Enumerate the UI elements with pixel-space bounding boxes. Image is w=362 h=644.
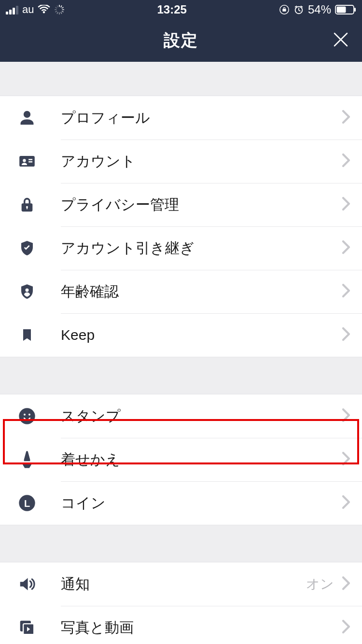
- alarm-icon: [293, 4, 304, 15]
- nav-bar: 設定: [0, 19, 362, 62]
- row-account-transfer[interactable]: アカウント引き継ぎ: [0, 226, 362, 270]
- chevron-right-icon: [342, 240, 350, 256]
- row-stickers[interactable]: スタンプ: [0, 394, 362, 438]
- photos-icon: [15, 616, 39, 639]
- svg-rect-16: [354, 8, 356, 12]
- settings-group-account: プロフィール アカウント プライバシー管理 アカウント引き継ぎ 年齢確認 Kee: [0, 96, 362, 357]
- svg-rect-7: [57, 12, 59, 14]
- row-photos-videos[interactable]: 写真と動画: [0, 606, 362, 644]
- svg-rect-2: [62, 7, 64, 9]
- svg-rect-10: [55, 7, 57, 9]
- svg-point-20: [19, 408, 35, 424]
- carrier-label: au: [22, 3, 34, 16]
- svg-point-18: [23, 159, 26, 162]
- paintbrush-icon: [15, 448, 39, 471]
- row-age-verification[interactable]: 年齢確認: [0, 270, 362, 313]
- section-spacer: [0, 357, 362, 394]
- close-icon: [332, 31, 349, 50]
- row-account[interactable]: アカウント: [0, 140, 362, 183]
- person-icon: [15, 106, 39, 129]
- svg-rect-1: [60, 5, 62, 8]
- status-left: au: [6, 3, 65, 16]
- svg-point-22: [28, 414, 30, 416]
- chevron-right-icon: [342, 283, 350, 300]
- idcard-icon: [15, 150, 39, 173]
- svg-rect-0: [59, 5, 60, 7]
- speaker-icon: [15, 573, 39, 596]
- loading-spinner-icon: [54, 4, 65, 15]
- chevron-right-icon: [342, 153, 350, 169]
- lock-icon: [15, 193, 39, 216]
- svg-rect-5: [60, 12, 62, 14]
- svg-rect-9: [55, 9, 57, 10]
- close-button[interactable]: [330, 30, 351, 51]
- shield-check-icon: [15, 237, 39, 260]
- section-spacer: [0, 62, 362, 96]
- chevron-right-icon: [342, 451, 350, 468]
- chevron-right-icon: [342, 110, 350, 126]
- bookmark-icon: [15, 323, 39, 347]
- settings-group-general: 通知 オン 写真と動画: [0, 562, 362, 644]
- svg-point-19: [26, 289, 29, 292]
- row-label: Keep: [61, 327, 342, 343]
- orientation-lock-icon: [279, 4, 290, 15]
- wifi-icon: [38, 5, 50, 14]
- row-label: 通知: [61, 574, 306, 594]
- row-label: コイン: [61, 493, 342, 513]
- svg-rect-11: [57, 5, 59, 8]
- chevron-right-icon: [342, 196, 350, 213]
- row-notifications[interactable]: 通知 オン: [0, 562, 362, 606]
- row-keep[interactable]: Keep: [0, 313, 362, 357]
- chevron-right-icon: [342, 619, 350, 636]
- battery-icon: [335, 5, 356, 14]
- chevron-right-icon: [342, 576, 350, 592]
- battery-percent-label: 54%: [308, 3, 331, 16]
- svg-point-21: [24, 414, 26, 416]
- row-themes[interactable]: 着せかえ: [0, 438, 362, 481]
- svg-rect-15: [336, 7, 346, 13]
- row-label: アカウント引き継ぎ: [61, 238, 342, 258]
- row-privacy[interactable]: プライバシー管理: [0, 183, 362, 226]
- row-label: 年齢確認: [61, 282, 342, 302]
- row-label: アカウント: [61, 152, 342, 171]
- svg-rect-8: [55, 11, 57, 13]
- status-time: 13:25: [157, 3, 187, 16]
- row-label: スタンプ: [61, 406, 342, 426]
- settings-group-shop: スタンプ 着せかえ L コイン: [0, 394, 362, 525]
- row-label: 着せかえ: [61, 450, 342, 470]
- page-title: 設定: [164, 29, 198, 52]
- chevron-right-icon: [342, 408, 350, 424]
- status-bar: au 13:25 54%: [0, 0, 362, 19]
- svg-text:L: L: [24, 498, 30, 509]
- coin-icon: L: [15, 491, 39, 515]
- svg-rect-3: [62, 9, 65, 10]
- row-profile[interactable]: プロフィール: [0, 96, 362, 140]
- row-coin[interactable]: L コイン: [0, 481, 362, 525]
- section-spacer: [0, 525, 362, 562]
- shield-person-icon: [15, 280, 39, 303]
- svg-rect-6: [59, 13, 60, 15]
- chevron-right-icon: [342, 327, 350, 343]
- svg-rect-4: [62, 11, 64, 13]
- signal-strength-icon: [6, 5, 18, 14]
- row-label: プライバシー管理: [61, 195, 342, 215]
- smile-icon: [15, 405, 39, 428]
- row-value: オン: [306, 575, 334, 593]
- status-right: 54%: [279, 3, 356, 16]
- row-label: プロフィール: [61, 108, 342, 128]
- chevron-right-icon: [342, 495, 350, 511]
- row-label: 写真と動画: [61, 618, 342, 638]
